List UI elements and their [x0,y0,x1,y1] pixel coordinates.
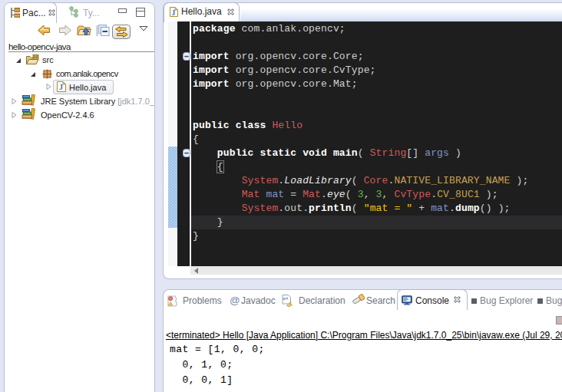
svg-text:J: J [59,83,63,91]
svg-text:J: J [172,9,176,17]
